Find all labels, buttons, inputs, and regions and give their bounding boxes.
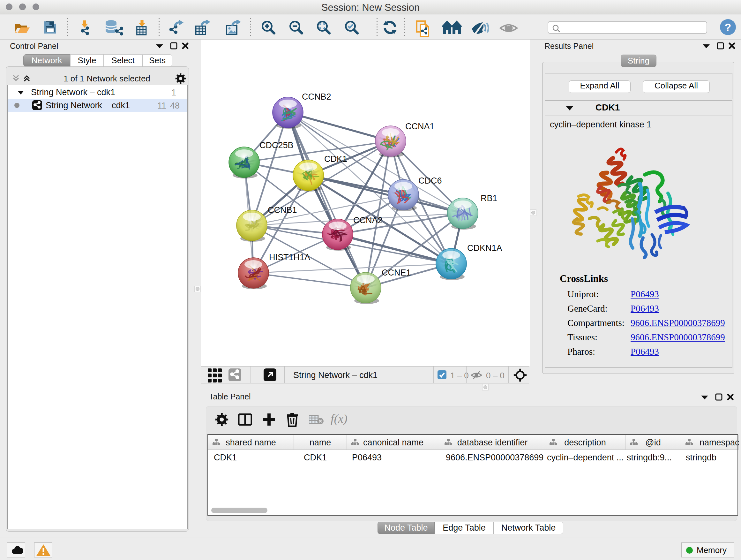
svg-text:CDC6: CDC6: [418, 176, 442, 186]
svg-text:RB1: RB1: [481, 193, 497, 203]
svg-text:CDK1: CDK1: [324, 154, 347, 164]
svg-text:CCNE1: CCNE1: [382, 268, 411, 277]
svg-text:CDC25B: CDC25B: [259, 140, 293, 150]
svg-text:CCNB2: CCNB2: [302, 92, 331, 102]
svg-text:HIST1H1A: HIST1H1A: [269, 253, 310, 262]
svg-text:CCNA1: CCNA1: [405, 122, 434, 131]
svg-text:CCNB1: CCNB1: [268, 205, 297, 215]
svg-text:CCNA2: CCNA2: [353, 215, 383, 225]
svg-text:CDKN1A: CDKN1A: [467, 243, 502, 253]
